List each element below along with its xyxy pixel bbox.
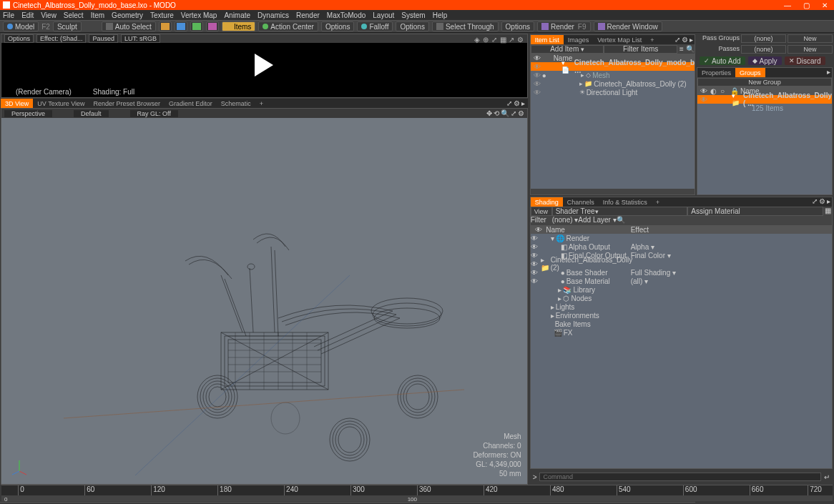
tab-infostats[interactable]: Info & Statistics	[599, 197, 652, 207]
render-button[interactable]: RenderF9	[537, 21, 590, 31]
maximize-button[interactable]: ▢	[797, 0, 815, 10]
options3-button[interactable]: Options	[501, 21, 534, 31]
menu-layout[interactable]: Layout	[373, 11, 394, 19]
tab-vertexmaplist[interactable]: Vertex Map List	[593, 35, 646, 44]
item-scrollbar[interactable]	[531, 189, 695, 194]
shading-gear-icon[interactable]: ⚙	[819, 197, 825, 207]
menu-dynamics[interactable]: Dynamics	[257, 11, 289, 19]
tab-schematic[interactable]: Schematic	[217, 99, 255, 108]
minimize-button[interactable]: —	[778, 0, 797, 10]
srow-fx[interactable]: 🎬 FX	[531, 328, 832, 337]
timeline[interactable]: 0 60 120 180 240 300 360 420 480 540 600…	[1, 485, 833, 502]
addlayer-button[interactable]: Add Layer ▾	[578, 216, 616, 225]
item-row-scene[interactable]: 👁▾ 📄 Cinetech_Albatross_Dolly_modo_b …	[531, 62, 695, 71]
vp-icon-zoom[interactable]: 🔍	[501, 109, 509, 117]
menu-geometry[interactable]: Geometry	[112, 11, 143, 19]
props-arrow-icon[interactable]: ▸	[827, 68, 830, 77]
menu-file[interactable]: File	[3, 11, 14, 19]
menu-edit[interactable]: Edit	[21, 11, 34, 19]
gear-icon[interactable]: ⚙	[517, 36, 524, 43]
passes-new[interactable]: New	[788, 45, 833, 54]
renderwindow-button[interactable]: Render Window	[594, 21, 662, 31]
viewtab-gear-icon[interactable]: ⚙	[514, 99, 520, 107]
timeline-scrollbar[interactable]: 0 100	[1, 495, 833, 501]
toolbar-icon-2[interactable]	[175, 21, 187, 31]
preview-icon-1[interactable]: ◈	[474, 36, 481, 43]
preview-viewport[interactable]	[1, 43, 527, 87]
shading-header-name[interactable]: Name	[546, 226, 565, 234]
preview-icon-3[interactable]: ⤢	[491, 36, 499, 43]
toolbar-icon-4[interactable]	[206, 21, 219, 31]
apply-button[interactable]: ◆ Apply	[748, 56, 782, 65]
srow-alpha[interactable]: 👁◧ Alpha OutputAlpha ▾	[531, 242, 832, 251]
discard-button[interactable]: ✕ Discard	[785, 56, 825, 65]
menu-maxtomodo[interactable]: MaxToModo	[327, 11, 366, 19]
command-submit-icon[interactable]: ↵	[824, 473, 830, 481]
header-eye-icon[interactable]: 👁	[534, 54, 541, 62]
panel-max-icon[interactable]: ⤢	[674, 36, 680, 44]
menu-animate[interactable]: Animate	[224, 11, 250, 19]
tab-shading[interactable]: Shading	[531, 197, 563, 207]
filteritems-button[interactable]: Filter Items	[604, 45, 677, 54]
menu-system[interactable]: System	[401, 11, 425, 19]
panel-arrow-icon[interactable]: ▸	[690, 36, 693, 44]
vp-icon-rotate[interactable]: ⟲	[494, 109, 499, 117]
timeline-ruler[interactable]: 0 60 120 180 240 300 360 420 480 540 600…	[1, 485, 833, 495]
command-input[interactable]	[539, 473, 821, 481]
preview-icon-5[interactable]: ↗	[509, 36, 516, 43]
tab-images[interactable]: Images	[564, 35, 594, 44]
passgroups-new[interactable]: New	[788, 34, 833, 43]
shading-menu-icon[interactable]: ▦	[823, 207, 832, 216]
tab-properties[interactable]: Properties	[697, 68, 735, 77]
menu-render[interactable]: Render	[296, 11, 320, 19]
group-row-dolly[interactable]: 👁▾ 📁 Cinetech_Albatross_Dolly ( ...	[697, 95, 832, 104]
tab-channels[interactable]: Channels	[563, 197, 599, 207]
srow-nodes[interactable]: ▸ ⬡ Nodes	[531, 294, 832, 302]
sculpt-button[interactable]: Sculpt	[53, 21, 82, 31]
viewport-default[interactable]: Default	[74, 110, 109, 117]
model-button[interactable]: Model	[3, 21, 39, 31]
srow-bake[interactable]: Bake Items	[531, 320, 832, 328]
menu-texture[interactable]: Texture	[150, 11, 174, 19]
newgroup-button[interactable]: New Group	[697, 78, 832, 87]
tab-add[interactable]: +	[255, 99, 268, 108]
actioncenter-button[interactable]: Action Center	[258, 21, 318, 31]
tab-itemlist-add[interactable]: +	[646, 35, 658, 44]
tab-uvtexture[interactable]: UV Texture View	[33, 99, 89, 108]
viewport-perspective[interactable]: Perspective	[4, 110, 52, 117]
preview-effect[interactable]: Effect: (Shad...	[36, 34, 86, 43]
preview-icon-4[interactable]: ▦	[500, 36, 507, 43]
shading-search-icon[interactable]: 🔍	[617, 216, 625, 225]
preview-icon-2[interactable]: ⊕	[483, 36, 490, 43]
srow-basematerial[interactable]: 👁● Base Material(all) ▾	[531, 277, 832, 285]
menu-select[interactable]: Select	[64, 11, 84, 19]
vp-gear-icon[interactable]: ⚙	[518, 109, 524, 117]
tab-3dview[interactable]: 3D View	[1, 99, 33, 108]
shadertree-select[interactable]: Shader Tree ▾	[552, 207, 688, 216]
menu-help[interactable]: Help	[433, 11, 448, 19]
close-button[interactable]: ✕	[815, 0, 834, 10]
menu-view[interactable]: View	[41, 11, 57, 19]
preview-paused[interactable]: Paused	[89, 34, 118, 43]
preview-lut[interactable]: LUT: sRGB	[121, 34, 160, 43]
shading-filter-select[interactable]: (none) ▾	[552, 216, 579, 225]
viewtab-icon-2[interactable]: ▸	[521, 99, 525, 107]
panel-gear-icon[interactable]: ⚙	[682, 36, 688, 44]
3d-viewport[interactable]: Perspective Default Ray GL: Off ✥ ⟲ 🔍 ⤢ …	[1, 108, 528, 485]
vp-icon-max[interactable]: ⤢	[511, 109, 516, 117]
falloff-button[interactable]: Falloff	[357, 21, 393, 31]
toolbar-icon-3[interactable]	[190, 21, 203, 31]
srow-library[interactable]: ▸ 📚 Library	[531, 285, 832, 294]
item-row-light[interactable]: 👁☀ Directional Light	[531, 88, 695, 97]
shading-max-icon[interactable]: ⤢	[812, 197, 818, 207]
toolbar-icon-1[interactable]	[159, 21, 172, 31]
srow-lights[interactable]: ▸ Lights	[531, 302, 832, 311]
filter-search-icon[interactable]: 🔍	[686, 45, 695, 53]
axis-gizmo[interactable]	[9, 457, 30, 478]
tab-shading-add[interactable]: +	[652, 197, 664, 207]
vp-icon-move[interactable]: ✥	[486, 109, 492, 117]
shading-header-effect[interactable]: Effect	[631, 226, 649, 234]
shading-arrow-icon[interactable]: ▸	[827, 197, 830, 207]
passes-select[interactable]: (none)	[741, 45, 786, 54]
menu-item[interactable]: Item	[91, 11, 104, 19]
